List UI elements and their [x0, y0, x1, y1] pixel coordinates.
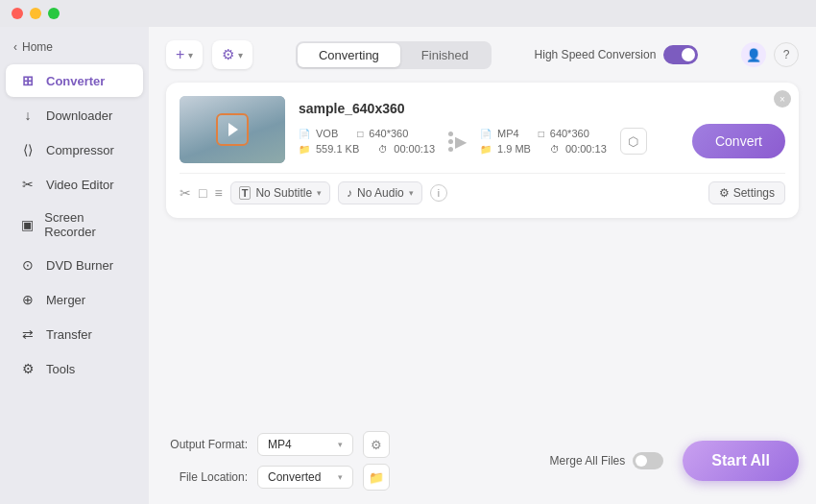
merger-icon: ⊕ [19, 291, 36, 308]
subtitle-chevron-icon: ▾ [317, 188, 322, 198]
compressor-icon: ⟨⟩ [19, 141, 36, 158]
start-all-button[interactable]: Start All [683, 441, 799, 481]
audio-label: No Audio [357, 186, 404, 200]
card-top: sample_640x360 📄 VOB □ 640*360 📁 559.1 K… [180, 96, 785, 163]
target-resolution: 640*360 [550, 128, 589, 139]
crop-icon[interactable]: □ [199, 185, 206, 201]
export-icon[interactable]: ⬡ [620, 128, 647, 155]
target-format-icon: 📄 [480, 129, 492, 139]
filesize-icon: 📁 [299, 144, 310, 155]
format-icon: 📄 [299, 129, 310, 139]
edit-icons: ✂ □ ≡ [180, 185, 223, 201]
target-filesize-icon: 📁 [480, 144, 492, 155]
output-gear-icon: ⚙ [371, 438, 382, 452]
sidebar-item-dvd-burner[interactable]: ⊙ DVD Burner [6, 249, 143, 281]
merge-toggle[interactable] [633, 452, 663, 469]
file-card: × sample_640x360 📄 VOB [166, 83, 799, 218]
sidebar-item-tools[interactable]: ⚙ Tools [6, 352, 143, 385]
info-icon: i [438, 188, 440, 199]
audio-chevron-icon: ▾ [409, 188, 414, 198]
target-resolution-icon: □ [539, 129, 544, 139]
merge-label: Merge All Files [550, 454, 626, 468]
home-label: Home [22, 40, 53, 54]
settings-button[interactable]: ⚙ Settings [708, 181, 785, 204]
sidebar-item-screen-recorder[interactable]: ▣ Screen Recorder [6, 203, 143, 247]
output-format-label: Output Format: [166, 438, 248, 451]
sidebar-item-label: DVD Burner [46, 258, 113, 273]
file-location-value: Converted [268, 470, 321, 484]
sidebar-item-transfer[interactable]: ⇄ Transfer [6, 318, 143, 350]
effects-icon[interactable]: ≡ [214, 185, 222, 201]
cut-icon[interactable]: ✂ [180, 185, 191, 201]
output-settings-button[interactable]: ⚙ [363, 431, 390, 458]
target-duration: 00:00:13 [565, 143, 607, 155]
file-info: sample_640x360 📄 VOB □ 640*360 📁 559.1 K… [299, 101, 785, 158]
file-location-select[interactable]: Converted ▾ [257, 466, 353, 489]
help-icon[interactable]: ? [774, 42, 799, 67]
source-size-row: 📁 559.1 KB ⏱ 00:00:13 [299, 143, 435, 155]
sidebar-item-video-editor[interactable]: ✂ Video Editor [6, 168, 143, 201]
dvd-burner-icon: ⊙ [19, 256, 36, 274]
video-thumbnail [180, 96, 285, 163]
minimize-button[interactable] [30, 8, 41, 19]
format-chevron-icon: ▾ [338, 440, 343, 449]
subtitle-select[interactable]: T No Subtitle ▾ [230, 181, 330, 204]
sidebar-item-compressor[interactable]: ⟨⟩ Compressor [6, 133, 143, 166]
target-size-row: 📁 1.9 MB ⏱ 00:00:13 [480, 143, 607, 155]
add-file-button[interactable]: + ▾ [166, 40, 203, 69]
speed-control: High Speed Conversion [535, 45, 699, 64]
add-dropdown-chevron: ▾ [188, 50, 193, 60]
close-icon: × [780, 94, 785, 105]
target-duration-icon: ⏱ [550, 144, 560, 155]
sidebar-item-label: Compressor [46, 143, 114, 157]
source-format-row: 📄 VOB □ 640*360 [299, 128, 435, 139]
chevron-left-icon: ‹ [13, 40, 17, 54]
file-location-label: File Location: [166, 470, 248, 484]
tools-icon: ⚙ [19, 360, 36, 377]
info-button[interactable]: i [430, 184, 447, 202]
folder-icon: 📁 [369, 470, 384, 485]
sidebar-item-label: Converter [46, 74, 105, 88]
play-button[interactable] [216, 113, 249, 146]
play-triangle-icon [228, 123, 238, 136]
sidebar-item-converter[interactable]: ⊞ Converter [6, 64, 143, 97]
output-format-value: MP4 [268, 438, 292, 451]
card-bottom: ✂ □ ≡ T No Subtitle ▾ ♪ No Audio ▾ i ⚙ S… [180, 173, 785, 204]
header-row: + ▾ ⚙ ▾ Converting Finished High Speed C… [166, 40, 799, 69]
tab-converting[interactable]: Converting [298, 43, 400, 67]
convert-button[interactable]: Convert [692, 124, 785, 158]
sidebar-item-downloader[interactable]: ↓ Downloader [6, 99, 143, 132]
file-name: sample_640x360 [299, 101, 785, 116]
convert-arrow: ▶ [448, 132, 467, 152]
speed-toggle[interactable] [663, 45, 698, 64]
screen-recorder-icon: ▣ [19, 216, 35, 233]
close-button[interactable] [12, 8, 23, 19]
settings-icon: ⚙ [222, 46, 234, 63]
close-card-button[interactable]: × [774, 90, 791, 108]
header-left: + ▾ ⚙ ▾ [166, 40, 252, 69]
user-icon[interactable]: 👤 [741, 42, 766, 67]
browse-folder-button[interactable]: 📁 [363, 464, 390, 491]
add-settings-button[interactable]: ⚙ ▾ [212, 40, 252, 69]
source-format: VOB [316, 128, 338, 139]
target-format: MP4 [497, 128, 519, 139]
footer: Output Format: MP4 ▾ ⚙ File Location: Co… [166, 418, 799, 491]
settings-dropdown-chevron: ▾ [238, 50, 243, 60]
source-duration: 00:00:13 [394, 143, 435, 155]
home-link[interactable]: ‹ Home [0, 35, 149, 63]
export-settings-area: ⬡ [620, 128, 647, 155]
sidebar-item-merger[interactable]: ⊕ Merger [6, 283, 143, 316]
file-location-row: File Location: Converted ▾ 📁 [166, 464, 390, 491]
gear-icon: ⚙ [719, 186, 730, 200]
audio-icon: ♪ [347, 186, 352, 200]
audio-select[interactable]: ♪ No Audio ▾ [338, 181, 422, 204]
title-bar [0, 0, 816, 27]
footer-right: Merge All Files Start All [550, 441, 799, 481]
tab-finished[interactable]: Finished [400, 43, 490, 67]
speed-label: High Speed Conversion [535, 48, 657, 61]
output-format-select[interactable]: MP4 ▾ [257, 433, 353, 456]
sidebar-item-label: Transfer [46, 327, 92, 342]
target-filesize: 1.9 MB [497, 143, 531, 155]
maximize-button[interactable] [48, 8, 60, 19]
video-editor-icon: ✂ [19, 176, 36, 193]
